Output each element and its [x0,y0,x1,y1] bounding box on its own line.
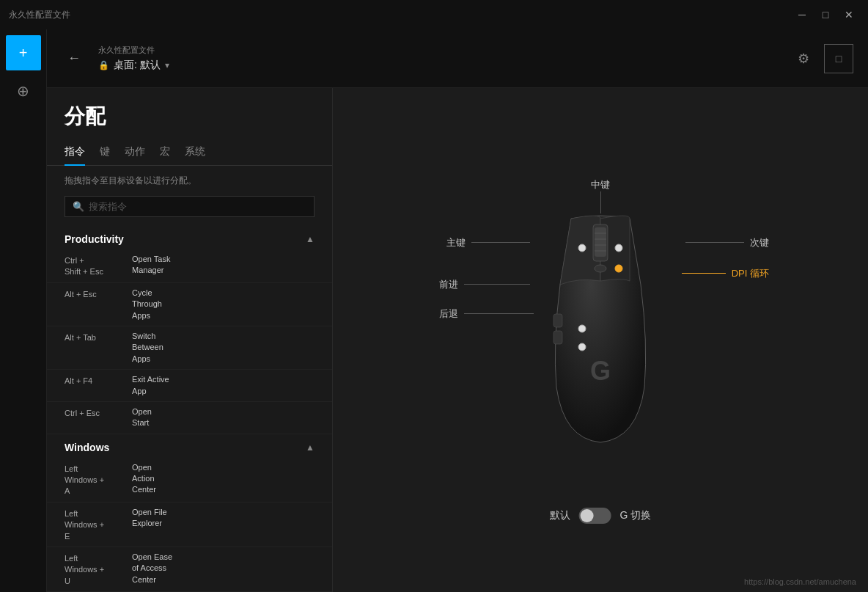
app-container: + ⊕ ← 永久性配置文件 🔒 桌面: 默认 ▾ ⚙ □ [0,29,868,592]
svg-point-13 [578,343,586,351]
list-item[interactable]: Ctrl +Shift + Esc Open TaskManager [47,249,332,283]
search-input[interactable] [89,201,306,212]
productivity-title: Productivity [65,233,124,245]
list-item[interactable]: LeftWindows +A OpenActionCenter [47,458,332,503]
add-profile-button[interactable]: + [6,35,41,70]
instructions-text: 拖拽指令至目标设备以进行分配。 [47,166,332,196]
toggle-knob [581,509,594,522]
windows-title: Windows [65,442,109,453]
productivity-collapse-btn[interactable]: ▲ [306,234,315,244]
cmd-desc: Open TaskManager [132,254,170,277]
header-profile-text: 永久性配置文件 [98,45,777,56]
cmd-key: Alt + Tab [65,331,123,343]
list-item[interactable]: Ctrl + Esc OpenStart [47,402,332,434]
list-item[interactable]: LeftWindows +E Open FileExplorer [47,503,332,547]
chevron-down-icon[interactable]: ▾ [165,60,169,70]
svg-point-14 [615,265,622,272]
title-bar: 永久性配置文件 ─ □ ✕ [0,0,868,29]
svg-rect-7 [553,314,562,327]
svg-point-12 [578,325,586,332]
main-button-label: 主键 [446,236,530,249]
header-device-label: 桌面: 默认 [114,59,161,72]
cmd-desc: OpenActionCenter [132,462,156,496]
svg-point-6 [595,265,606,272]
tab-macros[interactable]: 宏 [160,139,170,166]
header-device-row: 🔒 桌面: 默认 ▾ [98,59,777,72]
cmd-key: LeftWindows +E [65,507,123,542]
cmd-key: LeftWindows +U [65,552,123,587]
window-controls: ─ □ ✕ [792,4,859,25]
minimize-button[interactable]: ─ [792,4,812,25]
svg-text:G: G [590,356,611,386]
svg-rect-8 [553,331,562,344]
forward-button-label: 前进 [439,278,530,291]
title-bar-info: 永久性配置文件 [9,9,70,21]
cmd-desc: Open FileExplorer [132,507,167,530]
tab-actions[interactable]: 动作 [125,139,145,166]
svg-point-11 [615,244,622,252]
mouse-svg: G [527,211,674,446]
command-list: Productivity ▲ Ctrl +Shift + Esc Open Ta… [47,226,332,592]
header-bar: ← 永久性配置文件 🔒 桌面: 默认 ▾ ⚙ □ [47,29,868,88]
cmd-desc: Exit ActiveApp [132,374,169,397]
settings-button[interactable]: ⚙ [789,44,818,73]
joystick-button[interactable]: ⊕ [6,73,41,109]
svg-point-10 [578,244,586,252]
tab-commands[interactable]: 指令 [65,139,85,166]
title-bar-profile: 永久性配置文件 [9,9,70,21]
cmd-desc: SwitchBetweenApps [132,331,163,365]
icon-sidebar: + ⊕ [0,29,47,592]
cmd-desc: CycleThroughApps [132,288,162,321]
secondary-button-label: 次键 [685,236,769,249]
productivity-section-header: Productivity ▲ [47,226,332,249]
cmd-desc: Open Easeof AccessCenter [132,552,172,585]
list-item[interactable]: Alt + F4 Exit ActiveApp [47,370,332,402]
tab-keys[interactable]: 键 [100,139,110,166]
search-bar: 🔍 [65,196,315,217]
tabs-bar: 指令 键 动作 宏 系统 [47,139,332,166]
watermark: https://blog.csdn.net/amuchena [744,577,856,586]
cmd-key: LeftWindows +A [65,462,123,497]
cmd-key: Alt + Esc [65,288,123,300]
main-wrapper: ← 永久性配置文件 🔒 桌面: 默认 ▾ ⚙ □ 分配 指令 [47,29,868,592]
joystick-icon: ⊕ [17,82,29,100]
cmd-key: Ctrl + Esc [65,406,123,419]
cmd-desc: OpenStart [132,406,152,429]
g-mode-toggle[interactable] [579,508,611,524]
plus-icon: + [19,45,28,62]
g-switch-label: G 切换 [620,509,652,522]
svg-rect-1 [595,227,606,257]
list-item[interactable]: LeftWindows +U Open Easeof AccessCenter [47,547,332,592]
header-info: 永久性配置文件 🔒 桌面: 默认 ▾ [98,45,777,72]
panel-title: 分配 [47,88,332,139]
dpi-label: DPI 循环 [682,267,769,280]
list-item[interactable]: Alt + Tab SwitchBetweenApps [47,326,332,370]
list-item[interactable]: Alt + Esc CycleThroughApps [47,283,332,326]
close-button[interactable]: ✕ [839,4,859,25]
view-toggle-button[interactable]: □ [824,44,853,73]
back-button-label: 后退 [439,307,534,321]
content-area: 分配 指令 键 动作 宏 系统 拖拽指令至目标设备以进行分配。 🔍 [47,88,868,592]
search-icon: 🔍 [73,201,84,212]
lock-icon: 🔒 [98,60,109,70]
right-panel: G 中键 [333,88,868,592]
default-label: 默认 [550,509,570,522]
maximize-button[interactable]: □ [815,4,836,25]
left-panel: 分配 指令 键 动作 宏 系统 拖拽指令至目标设备以进行分配。 🔍 [47,88,333,592]
middle-button-label: 中键 [591,178,610,213]
back-button[interactable]: ← [62,48,87,69]
tab-system[interactable]: 系统 [185,139,205,166]
windows-collapse-btn[interactable]: ▲ [306,442,315,453]
windows-section-header: Windows ▲ [47,434,332,458]
mouse-diagram: G 中键 [432,150,769,531]
header-right: ⚙ □ [789,44,853,73]
cmd-key: Ctrl +Shift + Esc [65,254,123,278]
cmd-key: Alt + F4 [65,374,123,387]
toggle-area: 默认 G 切换 [550,508,652,524]
